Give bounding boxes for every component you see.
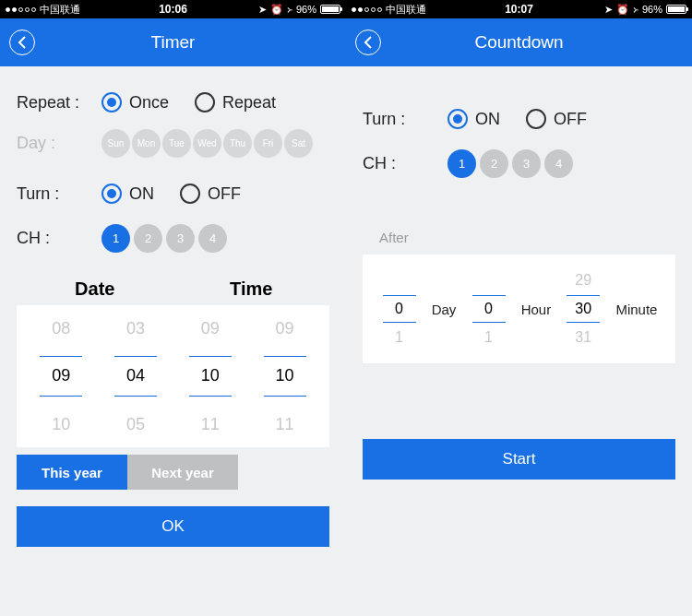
- after-day-cur: 0: [383, 295, 416, 323]
- day-tue[interactable]: Tue: [162, 129, 191, 158]
- date-time-header: Date Time: [17, 278, 329, 300]
- header: Countdown: [346, 18, 692, 66]
- day-row: Day : Sun Mon Tue Wed Thu Fri Sat: [17, 129, 329, 158]
- radio-off[interactable]: OFF: [180, 184, 241, 204]
- day-mon[interactable]: Mon: [132, 129, 161, 158]
- phone-timer: 中国联通 10:06 ➤ ⏰ ᚛ 96% Timer Repeat : Once: [0, 0, 346, 616]
- status-bar: 中国联通 10:06 ➤ ⏰ ᚛ 96%: [0, 0, 346, 18]
- day-wheel[interactable]: 03 04 05: [99, 305, 173, 447]
- radio-once[interactable]: Once: [101, 92, 169, 113]
- signal-dots-icon: [6, 7, 36, 12]
- day-cur: 04: [114, 356, 157, 397]
- day-sat[interactable]: Sat: [284, 129, 313, 158]
- battery-icon: [320, 5, 340, 14]
- ch-1[interactable]: 1: [101, 224, 130, 253]
- month-prev: 08: [40, 317, 82, 339]
- clock-label: 10:06: [159, 3, 187, 16]
- date-heading: Date: [17, 278, 173, 300]
- bluetooth-icon: ᚛: [633, 4, 638, 16]
- page-title: Countdown: [474, 32, 563, 53]
- minute-wheel[interactable]: 09 10 11: [247, 305, 322, 447]
- tab-next-year[interactable]: Next year: [127, 455, 238, 490]
- min-prev: 09: [264, 317, 306, 339]
- ch-1[interactable]: 1: [447, 149, 476, 178]
- time-heading: Time: [173, 278, 330, 300]
- ch-4[interactable]: 4: [198, 224, 227, 253]
- back-button[interactable]: [9, 30, 35, 55]
- header: Timer: [0, 18, 346, 66]
- after-hour-wheel[interactable]: 0 1: [471, 271, 507, 347]
- day-thu[interactable]: Thu: [223, 129, 252, 158]
- after-minute-wheel[interactable]: 29 30 31: [565, 271, 602, 347]
- after-hour-cur: 0: [472, 295, 506, 323]
- ch-label: CH :: [363, 154, 447, 173]
- carrier-label: 中国联通: [386, 3, 426, 17]
- hour-prev: 09: [189, 317, 232, 339]
- start-button[interactable]: Start: [363, 439, 675, 480]
- ch-4[interactable]: 4: [544, 149, 573, 178]
- repeat-label: Repeat :: [17, 93, 101, 113]
- ch-2[interactable]: 2: [134, 224, 162, 253]
- min-next: 11: [264, 413, 306, 435]
- repeat-row: Repeat : Once Repeat: [17, 92, 329, 113]
- radio-on[interactable]: ON: [447, 109, 500, 129]
- after-day-next: 1: [383, 328, 416, 347]
- carrier-label: 中国联通: [40, 3, 80, 17]
- clock-label: 10:07: [505, 3, 533, 16]
- after-min-prev: 29: [567, 271, 600, 290]
- radio-off-label: OFF: [554, 110, 587, 129]
- ch-row: CH : 1 2 3 4: [363, 149, 675, 178]
- ok-button[interactable]: OK: [17, 506, 329, 547]
- signal-dots-icon: [352, 7, 382, 12]
- bluetooth-icon: ᚛: [287, 4, 292, 16]
- location-icon: ➤: [258, 4, 267, 16]
- day-sun[interactable]: Sun: [101, 129, 130, 158]
- day-fri[interactable]: Fri: [254, 129, 282, 158]
- location-icon: ➤: [604, 4, 613, 16]
- radio-on[interactable]: ON: [101, 184, 154, 204]
- after-hour-next: 1: [472, 328, 506, 347]
- battery-pct: 96%: [642, 4, 662, 15]
- ch-2[interactable]: 2: [480, 149, 508, 178]
- radio-on-label: ON: [129, 184, 154, 204]
- turn-row: Turn : ON OFF: [363, 109, 675, 129]
- date-time-picker[interactable]: 08 09 10 03 04 05 09 10 11 09 10: [17, 305, 329, 447]
- radio-off-label: OFF: [208, 184, 241, 204]
- ch-3[interactable]: 3: [166, 224, 195, 253]
- after-min-cur: 30: [567, 295, 600, 323]
- month-next: 10: [40, 413, 82, 435]
- month-wheel[interactable]: 08 09 10: [24, 305, 99, 447]
- year-tabs: This year Next year: [17, 455, 238, 490]
- after-day-wheel[interactable]: 0 1: [381, 271, 418, 347]
- radio-off[interactable]: OFF: [526, 109, 587, 129]
- chevron-left-icon: [364, 36, 373, 49]
- min-cur: 10: [264, 356, 306, 397]
- after-picker[interactable]: 0 1 Day 0 1 Hour 29 30 31 Minute: [363, 255, 675, 363]
- hour-next: 11: [189, 413, 232, 435]
- month-cur: 09: [40, 356, 82, 397]
- after-label: After: [379, 230, 692, 245]
- battery-icon: [666, 5, 686, 14]
- turn-label: Turn :: [17, 184, 101, 204]
- ch-row: CH : 1 2 3 4: [17, 224, 329, 253]
- radio-repeat[interactable]: Repeat: [195, 92, 276, 113]
- chevron-left-icon: [18, 36, 27, 49]
- turn-row: Turn : ON OFF: [17, 184, 329, 204]
- hour-cur: 10: [189, 356, 232, 397]
- day-next: 05: [114, 413, 157, 435]
- radio-repeat-label: Repeat: [222, 93, 276, 113]
- back-button[interactable]: [355, 30, 381, 55]
- radio-on-label: ON: [475, 110, 500, 129]
- ch-label: CH :: [17, 229, 101, 248]
- tab-this-year[interactable]: This year: [17, 455, 127, 490]
- alarm-icon: ⏰: [616, 4, 629, 16]
- day-wed[interactable]: Wed: [193, 129, 221, 158]
- hour-wheel[interactable]: 09 10 11: [173, 305, 248, 447]
- ch-3[interactable]: 3: [512, 149, 541, 178]
- unit-minute: Minute: [615, 302, 657, 317]
- alarm-icon: ⏰: [270, 4, 283, 16]
- day-label: Day :: [17, 134, 101, 153]
- turn-label: Turn :: [363, 110, 447, 129]
- phone-countdown: 中国联通 10:07 ➤ ⏰ ᚛ 96% Countdown Turn : ON: [346, 0, 692, 616]
- status-bar: 中国联通 10:07 ➤ ⏰ ᚛ 96%: [346, 0, 692, 18]
